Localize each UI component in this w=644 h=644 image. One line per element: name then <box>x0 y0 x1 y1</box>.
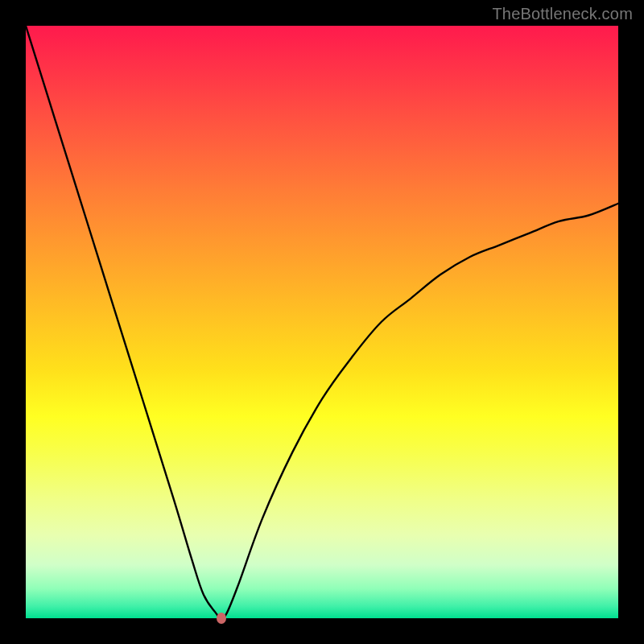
bottleneck-curve <box>26 26 618 618</box>
plot-area <box>26 26 618 618</box>
chart-frame: TheBottleneck.com <box>0 0 644 644</box>
minimum-marker <box>217 613 226 624</box>
watermark-text: TheBottleneck.com <box>492 5 633 23</box>
curve-path <box>26 26 618 618</box>
